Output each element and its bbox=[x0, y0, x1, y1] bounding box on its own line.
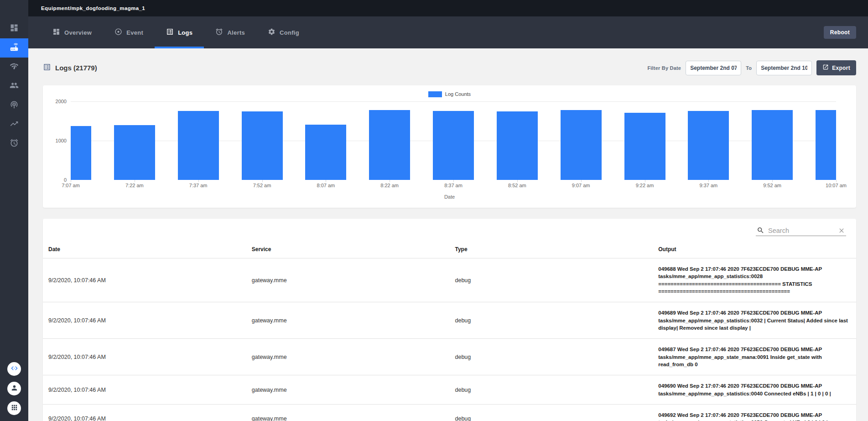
y-axis: 200010000 bbox=[43, 101, 67, 180]
log-output-cell: 049687 Wed Sep 2 17:07:46 2020 7F623ECDE… bbox=[653, 339, 856, 375]
log-output-cell: 049692 Wed Sep 2 17:07:46 2020 7F623ECDE… bbox=[653, 404, 856, 421]
x-tick bbox=[198, 180, 199, 182]
log-date-cell: 9/2/2020, 10:07:46 AM bbox=[43, 404, 246, 421]
log-type-cell: debug bbox=[450, 339, 653, 375]
sidebar-item-dashboard[interactable] bbox=[0, 19, 28, 38]
x-tick-label: 10:07 am bbox=[826, 183, 847, 188]
log-service-cell: gateway.mme bbox=[246, 339, 450, 375]
x-tick-label: 8:52 am bbox=[508, 183, 526, 188]
sidebar-item-subscribers[interactable] bbox=[0, 77, 28, 96]
log-output-cell: 049688 Wed Sep 2 17:07:46 2020 7F623ECDE… bbox=[653, 258, 856, 302]
log-table-row: 9/2/2020, 10:07:46 AM gateway.mme debug … bbox=[43, 302, 856, 339]
x-tick-label: 7:07 am bbox=[62, 183, 80, 188]
bar-9:07 am bbox=[561, 110, 602, 180]
column-header-date: Date bbox=[43, 238, 246, 258]
x-tick bbox=[453, 180, 454, 182]
trending-up-icon bbox=[10, 119, 19, 130]
tab-label: Logs bbox=[178, 29, 192, 36]
export-button[interactable]: Export bbox=[816, 60, 856, 75]
tab-config[interactable]: Config bbox=[256, 16, 311, 48]
x-tick-label: 9:22 am bbox=[636, 183, 654, 188]
bar-8:07 am bbox=[305, 125, 346, 180]
page-title: Logs (21779) bbox=[55, 64, 97, 72]
log-table-row: 9/2/2020, 10:07:46 AM gateway.mme debug … bbox=[43, 339, 856, 375]
export-label: Export bbox=[832, 65, 850, 71]
account-button[interactable] bbox=[7, 382, 21, 395]
log-date-cell: 9/2/2020, 10:07:46 AM bbox=[43, 258, 246, 302]
tab-alerts[interactable]: Alerts bbox=[204, 16, 256, 48]
log-table-row: 9/2/2020, 10:07:46 AM gateway.mme debug … bbox=[43, 404, 856, 421]
reboot-button[interactable]: Reboot bbox=[824, 26, 856, 39]
sidebar-item-metrics[interactable] bbox=[0, 115, 28, 134]
target-icon bbox=[114, 28, 122, 37]
x-tick-label: 9:07 am bbox=[572, 183, 590, 188]
log-type-cell: debug bbox=[450, 404, 653, 421]
clear-search-icon[interactable] bbox=[838, 227, 845, 234]
log-type-cell: debug bbox=[450, 375, 653, 405]
x-tick-label: 9:52 am bbox=[763, 183, 781, 188]
sidebar-item-network[interactable] bbox=[0, 58, 28, 77]
gear-icon bbox=[268, 28, 275, 37]
to-label: To bbox=[746, 65, 752, 71]
tab-label: Alerts bbox=[227, 29, 245, 36]
x-tick bbox=[517, 180, 518, 182]
x-tick bbox=[836, 180, 837, 182]
log-type-cell: debug bbox=[450, 258, 653, 302]
column-header-type: Type bbox=[450, 238, 653, 258]
log-service-cell: gateway.mme bbox=[246, 302, 450, 339]
filter-end-date-input[interactable] bbox=[756, 61, 812, 75]
bar-7:37 am bbox=[178, 111, 219, 180]
x-tick-label: 7:52 am bbox=[253, 183, 271, 188]
log-type-cell: debug bbox=[450, 302, 653, 339]
sidebar-item-equipment[interactable] bbox=[0, 38, 28, 58]
export-icon bbox=[822, 64, 829, 72]
sidebar-item-alerts[interactable] bbox=[0, 134, 28, 153]
x-tick bbox=[708, 180, 709, 182]
tab-overview[interactable]: Overview bbox=[41, 16, 103, 48]
list-icon bbox=[43, 63, 51, 73]
tab-label: Overview bbox=[64, 29, 92, 36]
router-icon bbox=[9, 42, 19, 54]
breadcrumb: Equipment/mpk_dogfooding_magma_1 bbox=[41, 5, 145, 11]
y-tick-label: 2000 bbox=[56, 99, 67, 104]
search-input[interactable] bbox=[768, 227, 834, 234]
alarm-icon bbox=[10, 138, 19, 149]
x-tick-label: 8:07 am bbox=[317, 183, 335, 188]
column-header-output: Output bbox=[653, 238, 856, 258]
tab-bar: Overview Event Logs Alerts Config Reboot bbox=[28, 16, 868, 48]
legend-label: Log Counts bbox=[445, 91, 471, 97]
main-content: Logs (21779) Filter By Date To Export Lo… bbox=[28, 48, 868, 421]
log-counts-chart: Log Counts 200010000 7:07 am7:22 am7:37 … bbox=[43, 85, 856, 208]
bar-9:22 am bbox=[624, 113, 665, 180]
x-tick bbox=[390, 180, 390, 182]
y-tick-label: 0 bbox=[64, 177, 67, 183]
list-icon bbox=[166, 28, 174, 37]
log-table-row: 9/2/2020, 10:07:46 AM gateway.mme debug … bbox=[43, 258, 856, 302]
x-tick bbox=[581, 180, 582, 182]
log-output-cell: 049690 Wed Sep 2 17:07:46 2020 7F623ECDE… bbox=[653, 375, 856, 405]
column-header-service: Service bbox=[246, 238, 450, 258]
apps-grid-icon bbox=[10, 404, 18, 413]
legend-swatch bbox=[428, 91, 442, 97]
bar-9:52 am bbox=[752, 110, 793, 180]
dashboard-icon bbox=[10, 23, 19, 34]
filter-by-date-label: Filter By Date bbox=[647, 65, 681, 71]
log-date-cell: 9/2/2020, 10:07:46 AM bbox=[43, 302, 246, 339]
log-output-cell: 049689 Wed Sep 2 17:07:46 2020 7F623ECDE… bbox=[653, 302, 856, 339]
tab-logs[interactable]: Logs bbox=[155, 16, 204, 48]
developer-mode-button[interactable] bbox=[7, 362, 21, 376]
tab-event[interactable]: Event bbox=[103, 16, 155, 48]
search-box bbox=[756, 225, 846, 236]
x-tick bbox=[772, 180, 773, 182]
bar-8:52 am bbox=[497, 111, 538, 180]
bar-7:22 am bbox=[114, 125, 155, 180]
sidebar-item-tracing[interactable] bbox=[0, 96, 28, 115]
x-tick bbox=[71, 180, 71, 182]
logs-header: Logs (21779) Filter By Date To Export bbox=[28, 48, 868, 85]
breadcrumb-bar: Equipment/mpk_dogfooding_magma_1 bbox=[28, 0, 868, 16]
x-tick-label: 7:22 am bbox=[125, 183, 144, 188]
apps-button[interactable] bbox=[7, 401, 21, 415]
dashboard-icon bbox=[52, 28, 60, 37]
x-tick bbox=[326, 180, 326, 182]
filter-start-date-input[interactable] bbox=[686, 61, 741, 75]
